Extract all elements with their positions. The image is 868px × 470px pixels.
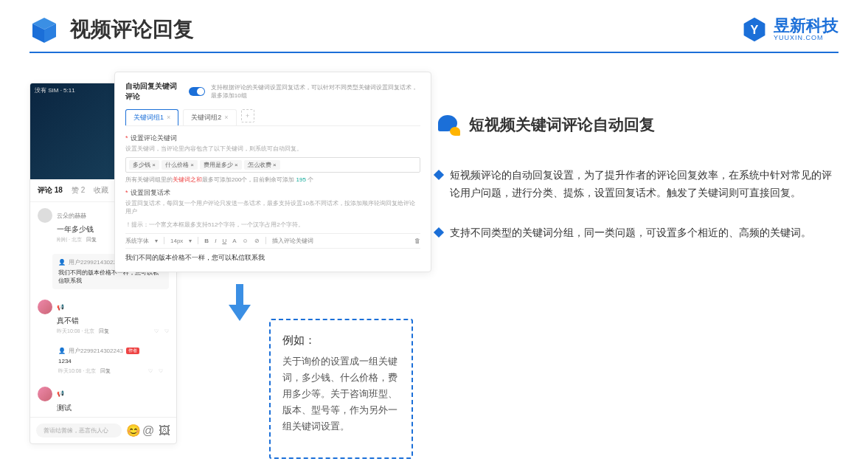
svg-marker-6: [229, 305, 251, 321]
example-text: 关于询价的设置成一组关键词，多少钱、什么价格，费用多少等。关于咨询班型、版本、型…: [282, 353, 400, 435]
reply-button[interactable]: 回复: [86, 236, 97, 243]
insert-keyword[interactable]: 插入评论关键词: [272, 237, 313, 245]
clear-button[interactable]: ⊘: [254, 238, 260, 244]
switch-desc: 支持根据评论的关键词设置回复话术，可以针对不同类型关键词设置回复话术，最多添加1…: [211, 83, 420, 100]
keyword-count: 所有关键词组里的关键词之和最多可添加200个，目前剩余可添加 195 个: [125, 176, 420, 184]
image-icon[interactable]: 🖼: [159, 424, 170, 438]
brand-logo: Y 昱新科技 YUUXIN.COM: [741, 16, 839, 43]
switch-label: 自动回复关键词评论: [125, 81, 183, 102]
emoji-button[interactable]: ☺: [243, 238, 249, 244]
keyword-tag[interactable]: 什么价格 ×: [162, 160, 198, 170]
underline-button[interactable]: U: [222, 238, 226, 244]
user-icon: 👤: [58, 259, 66, 266]
reply-hint: 设置回复话术，每回复一个用户评论只发送一条话术，最多支持设置10条不同话术，按添…: [125, 199, 420, 215]
keyword-tag[interactable]: 怎么收费 ×: [244, 160, 280, 170]
svg-rect-5: [236, 284, 243, 306]
chat-bubble-icon: [435, 112, 460, 137]
comment-input-bar: 善语结善缘，恶言伤人心 😊 @ 🖼: [30, 417, 176, 443]
description-area: 短视频关键词评论自动回复 短视频评论的自动回复设置，为了提升作者的评论回复效率，…: [435, 72, 839, 263]
reply-button[interactable]: 回复: [100, 367, 111, 375]
reply-tip: ！提示：一个富文本框最多支持512个字符，一个汉字占用2个字符。: [125, 221, 420, 229]
logo-name: 昱新科技: [774, 18, 839, 34]
like-icon[interactable]: ♡: [148, 368, 153, 374]
tab-likes[interactable]: 赞 2: [72, 185, 85, 196]
cube-icon: [29, 15, 59, 44]
mention-icon[interactable]: @: [142, 424, 154, 438]
like-icon[interactable]: ♡: [154, 328, 159, 334]
delete-icon[interactable]: 🗑: [414, 238, 420, 244]
dislike-icon[interactable]: ♡: [159, 368, 163, 374]
reply-label: *设置回复话术: [125, 188, 420, 198]
logo-sub: YUUXIN.COM: [774, 34, 839, 41]
diamond-icon: [434, 227, 444, 238]
diamond-icon: [434, 170, 444, 180]
arrow-down-icon: [229, 284, 251, 324]
reply-item: 👤用户2299214302243作者 1234 昨天10:08 · 北京回复♡♡: [52, 345, 169, 376]
tab-comments[interactable]: 评论 18: [38, 185, 63, 196]
add-tab-button[interactable]: +: [241, 109, 254, 122]
auto-reply-toggle[interactable]: [189, 87, 205, 96]
illustration-area: 自动回复关键词评论 支持根据评论的关键词设置回复话术，可以针对不同类型关键词设置…: [29, 72, 413, 263]
user-icon: 👤: [58, 348, 66, 354]
tab-keyword-group-1[interactable]: 关键词组1×: [125, 109, 178, 125]
reply-content[interactable]: 我们不同的版本价格不一样，您可以私信联系我: [125, 253, 420, 263]
keyword-tag[interactable]: 费用是多少 ×: [200, 160, 242, 170]
keyword-hint: 设置关键词，当评论里内容包含了以下关键词，则系统可自动回复。: [125, 145, 420, 153]
comment-item: 📢 真不错 昨天10:08 · 北京回复♡♡: [30, 294, 176, 341]
avatar: [38, 300, 52, 314]
comment-input[interactable]: 善语结善缘，恶言伤人心: [36, 424, 122, 438]
logo-hex-icon: Y: [741, 16, 768, 43]
example-head: 例如：: [282, 334, 400, 348]
config-panel: 自动回复关键词评论 支持根据评论的关键词设置回复话术，可以针对不同类型关键词设置…: [114, 72, 431, 272]
editor-toolbar: 系统字体▾ 14px▾ B I U A ☺ ⊘ 插入评论关键词 🗑: [125, 233, 420, 249]
keyword-tag-input[interactable]: 多少钱 × 什么价格 × 费用是多少 × 怎么收费 ×: [125, 157, 420, 173]
header-divider: [29, 52, 839, 53]
font-select[interactable]: 系统字体: [125, 237, 149, 245]
tab-fav[interactable]: 收藏: [94, 185, 108, 196]
section-subtitle: 短视频关键词评论自动回复: [469, 114, 655, 135]
keyword-tag[interactable]: 多少钱 ×: [129, 160, 159, 170]
keyword-label: *设置评论关键词: [125, 134, 420, 143]
bullet-item: 短视频评论的自动回复设置，为了提升作者的评论回复效率，在系统中针对常见的评论用户…: [435, 167, 839, 202]
author-badge: 作者: [126, 348, 139, 354]
svg-text:Y: Y: [751, 23, 759, 36]
italic-button[interactable]: I: [215, 238, 216, 244]
size-select[interactable]: 14px: [170, 238, 183, 244]
avatar: [38, 387, 52, 401]
bullet-item: 支持不同类型的关键词分组，同一类问题，可设置多个相近的、高频的关键词。: [435, 224, 839, 242]
dislike-icon[interactable]: ♡: [164, 328, 169, 334]
page-header: 视频评论回复 Y 昱新科技 YUUXIN.COM: [0, 0, 868, 52]
comment-item: 📢 测试: [30, 381, 176, 419]
tab-keyword-group-2[interactable]: 关键词组2×: [183, 109, 236, 125]
avatar: [38, 208, 52, 223]
example-box: 例如： 关于询价的设置成一组关键词，多少钱、什么价格，费用多少等。关于咨询班型、…: [269, 319, 413, 459]
page-title: 视频评论回复: [70, 15, 194, 44]
emoji-icon[interactable]: 😊: [126, 424, 138, 438]
bold-button[interactable]: B: [204, 238, 209, 244]
color-button[interactable]: A: [232, 238, 236, 244]
reply-button[interactable]: 回复: [99, 328, 109, 335]
